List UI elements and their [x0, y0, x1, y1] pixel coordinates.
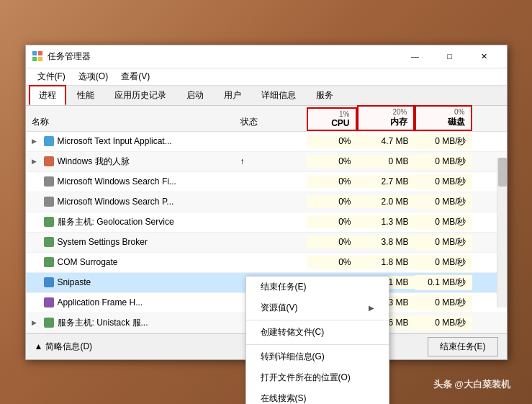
ctx-item-label: 结束任务(E): [261, 281, 307, 293]
scrollbar[interactable]: [497, 158, 507, 308]
submenu-arrow: ▶: [369, 304, 374, 312]
row-disk-cell: 0 MB/秒: [415, 315, 472, 331]
watermark: 头条 @大白菜装机: [433, 378, 510, 391]
menu-options[interactable]: 选项(O): [73, 69, 114, 84]
table-row[interactable]: 服务主机: Geolocation Service 0% 1.3 MB 0 MB…: [26, 212, 507, 233]
status-label: 简略信息(D): [45, 341, 92, 353]
row-disk-cell: 0 MB/秒: [415, 134, 472, 149]
col-header-status[interactable]: 状态: [235, 113, 307, 131]
close-button[interactable]: ✕: [468, 45, 501, 68]
svg-rect-8: [44, 217, 54, 227]
ctx-item-label: 转到详细信息(G): [261, 351, 325, 363]
row-name-cell: ▶ Microsoft Text Input Applicat...: [26, 134, 235, 148]
context-menu-separator: [246, 320, 389, 320]
process-name: Windows 我的人脉: [58, 156, 130, 168]
context-menu-item[interactable]: 结束任务(E): [246, 277, 389, 297]
table-row[interactable]: Microsoft Windows Search P... 0% 2.0 MB …: [26, 192, 507, 212]
status-info[interactable]: ▲ 简略信息(D): [35, 341, 93, 353]
col-header-name[interactable]: 名称: [26, 113, 235, 131]
app-icon: [32, 50, 43, 62]
ctx-item-label: 在线搜索(S): [261, 392, 307, 405]
process-name: Microsoft Text Input Applicat...: [58, 136, 172, 146]
col-header-cpu[interactable]: 1% CPU: [307, 107, 357, 131]
row-cpu-cell: 0%: [307, 215, 357, 228]
tab-bar: 进程 性能 应用历史记录 启动 用户 详细信息 服务: [26, 86, 507, 106]
table-row[interactable]: System Settings Broker 0% 3.8 MB 0 MB/秒: [26, 233, 507, 253]
row-status-cell: [235, 241, 307, 243]
svg-rect-5: [44, 156, 54, 166]
row-mem-cell: 1.3 MB: [357, 215, 415, 228]
process-name: Microsoft Windows Search Fi...: [58, 176, 176, 187]
process-icon: [43, 196, 55, 207]
col-header-disk[interactable]: 0% 磁盘: [415, 105, 472, 131]
row-name-cell: System Settings Broker: [26, 235, 235, 249]
row-mem-cell: 0 MB: [357, 155, 415, 168]
process-icon: [43, 317, 55, 328]
svg-rect-9: [44, 237, 54, 247]
context-menu: 结束任务(E)资源值(V)▶创建转储文件(C)转到详细信息(G)打开文件所在的位…: [245, 276, 389, 405]
maximize-button[interactable]: □: [433, 45, 466, 68]
tab-services[interactable]: 服务: [307, 86, 343, 105]
process-name: System Settings Broker: [58, 237, 148, 247]
context-menu-item[interactable]: 创建转储文件(C): [246, 322, 389, 343]
svg-rect-4: [44, 136, 54, 146]
tab-startup[interactable]: 启动: [177, 86, 213, 105]
row-name-cell: Microsoft Windows Search P...: [26, 194, 235, 209]
svg-rect-0: [32, 51, 37, 55]
row-cpu-cell: 0%: [307, 155, 357, 168]
row-name-cell: Application Frame H...: [26, 295, 235, 310]
process-name: Snipaste: [58, 277, 91, 287]
tab-details[interactable]: 详细信息: [252, 86, 305, 105]
row-name-cell: COM Surrogate: [26, 255, 235, 269]
svg-rect-6: [44, 176, 54, 187]
row-name-cell: 服务主机: Geolocation Service: [26, 215, 235, 230]
menu-file[interactable]: 文件(F): [32, 69, 71, 84]
row-cpu-cell: 0%: [307, 175, 357, 188]
row-status-cell: [235, 200, 307, 203]
context-menu-item[interactable]: 打开文件所在的位置(O): [246, 367, 389, 388]
context-menu-item[interactable]: 在线搜索(S): [246, 388, 389, 405]
process-icon: [43, 176, 55, 187]
tab-performance[interactable]: 性能: [68, 86, 104, 105]
col-header-memory[interactable]: 20% 内存: [357, 105, 415, 131]
tab-app-history[interactable]: 应用历史记录: [105, 86, 176, 105]
process-name: Application Frame H...: [58, 297, 143, 308]
row-name-cell: ▶ 服务主机: Unistack 服...: [26, 315, 235, 331]
row-mem-cell: 1.8 MB: [357, 256, 415, 269]
row-status-cell: [235, 140, 307, 143]
menu-view[interactable]: 查看(V): [115, 69, 155, 84]
expand-arrow: ▶: [32, 319, 40, 326]
row-name-cell: ▶ Windows 我的人脉: [26, 154, 235, 169]
row-disk-cell: 0 MB/秒: [415, 154, 472, 169]
svg-rect-2: [32, 57, 37, 61]
context-menu-item[interactable]: 资源值(V)▶: [246, 297, 389, 318]
row-status-cell: [235, 220, 307, 223]
row-status-cell: ↑: [235, 155, 307, 168]
end-task-button[interactable]: 结束任务(E): [428, 337, 498, 356]
scroll-thumb[interactable]: [498, 158, 507, 187]
row-disk-cell: 0 MB/秒: [415, 255, 472, 270]
row-cpu-cell: 0%: [307, 256, 357, 269]
tab-users[interactable]: 用户: [215, 86, 251, 105]
table-row[interactable]: Microsoft Windows Search Fi... 0% 2.7 MB…: [26, 172, 507, 192]
row-disk-cell: 0 MB/秒: [415, 194, 472, 210]
process-icon: [43, 216, 55, 228]
row-disk-cell: 0 MB/秒: [415, 235, 472, 250]
menu-bar: 文件(F) 选项(O) 查看(V): [26, 68, 507, 86]
svg-rect-3: [38, 57, 42, 61]
table-row[interactable]: COM Surrogate 0% 1.8 MB 0 MB/秒: [26, 253, 507, 273]
window-controls: — □ ✕: [399, 45, 501, 68]
process-name: 服务主机: Geolocation Service: [58, 216, 174, 228]
table-row[interactable]: ▶ Microsoft Text Input Applicat... 0% 4.…: [26, 132, 507, 152]
tab-process[interactable]: 进程: [29, 85, 66, 105]
row-mem-cell: 2.7 MB: [357, 175, 415, 188]
context-menu-separator: [246, 344, 389, 345]
row-cpu-cell: 0%: [307, 235, 357, 248]
context-menu-item[interactable]: 转到详细信息(G): [246, 346, 389, 367]
row-disk-cell: 0.1 MB/秒: [415, 275, 472, 290]
window-title: 任务管理器: [48, 50, 399, 63]
svg-rect-10: [44, 257, 54, 267]
table-row[interactable]: ▶ Windows 我的人脉 ↑ 0% 0 MB 0 MB/秒: [26, 152, 507, 172]
minimize-button[interactable]: —: [399, 45, 432, 68]
svg-rect-1: [38, 51, 42, 55]
